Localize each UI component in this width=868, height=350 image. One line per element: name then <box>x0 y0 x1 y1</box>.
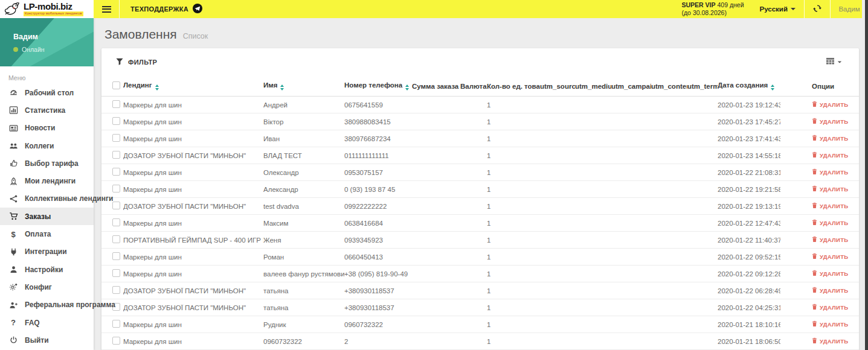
column-header: Валюта <box>460 76 487 97</box>
table-cell: Максим <box>263 215 344 232</box>
sidebar-item[interactable]: Реферальная программа <box>0 296 94 314</box>
sidebar-item[interactable]: Выйти <box>0 331 94 349</box>
row-checkbox[interactable] <box>112 286 120 294</box>
online-status-icon <box>13 47 18 52</box>
app-logo[interactable]: LP-mobi.biz Конструктор мобильных лендин… <box>0 0 94 18</box>
delete-button[interactable]: УДАЛИТЬ <box>812 320 848 328</box>
delete-button[interactable]: УДАЛИТЬ <box>812 101 848 109</box>
column-header-label: utm_source <box>540 83 575 90</box>
table-cell <box>611 266 651 282</box>
scrollbar[interactable] <box>862 0 868 350</box>
delete-label: УДАЛИТЬ <box>820 270 848 277</box>
menu-toggle-button[interactable] <box>94 0 119 18</box>
delete-button[interactable]: УДАЛИТЬ <box>812 219 848 227</box>
column-header[interactable]: Номер телефона <box>344 76 412 97</box>
row-checkbox[interactable] <box>112 117 120 125</box>
sidebar-item-label: Настройки <box>25 266 63 274</box>
stats-icon <box>8 106 18 115</box>
sidebar-item[interactable]: Интеграции <box>0 243 94 261</box>
delete-button[interactable]: УДАЛИТЬ <box>812 135 848 142</box>
row-checkbox-cell <box>101 215 123 232</box>
delete-button[interactable]: УДАЛИТЬ <box>812 168 848 176</box>
page-header: Замовлення Список <box>101 18 859 48</box>
row-checkbox[interactable] <box>112 168 120 176</box>
sort-icon[interactable] <box>405 84 409 91</box>
sort-icon[interactable] <box>155 84 159 91</box>
row-checkbox[interactable] <box>112 151 120 159</box>
table-cell <box>651 113 687 130</box>
sidebar-item[interactable]: Конфиг <box>0 278 94 296</box>
table-row: ПОРТАТИВНЫЙ ГЕЙМПАД SUP - 400 ИГР В 1Жен… <box>101 232 859 249</box>
sort-icon[interactable] <box>280 84 284 91</box>
filter-button[interactable]: ФИЛЬТР <box>112 57 161 67</box>
language-selector[interactable]: Русский <box>751 0 804 18</box>
table-cell <box>412 266 460 282</box>
table-cell <box>575 215 611 232</box>
sidebar-item[interactable]: Коллеги <box>0 137 94 154</box>
column-header: Кол-во ед. товара <box>487 76 540 97</box>
page-subtitle: Список <box>183 32 208 40</box>
sidebar-item[interactable]: Статистика <box>0 101 94 119</box>
delete-label: УДАЛИТЬ <box>820 169 848 176</box>
sidebar-item[interactable]: Коллективные лендинги <box>0 190 94 208</box>
row-checkbox-cell <box>101 164 123 181</box>
trash-icon <box>812 253 817 261</box>
row-checkbox[interactable] <box>112 202 120 209</box>
delete-button[interactable]: УДАЛИТЬ <box>812 337 848 345</box>
delete-button[interactable]: УДАЛИТЬ <box>812 151 848 159</box>
columns-toggle-button[interactable] <box>823 57 846 68</box>
row-checkbox[interactable] <box>112 100 120 108</box>
sidebar-item[interactable]: Рабочий стол <box>0 84 94 101</box>
table-cell <box>651 266 687 282</box>
table-cell <box>460 249 487 266</box>
row-checkbox[interactable] <box>112 235 120 243</box>
table-cell: Маркеры для шин <box>123 164 263 181</box>
refresh-button[interactable] <box>805 0 830 18</box>
support-button[interactable]: ТЕХПОДДЕРЖКА <box>120 0 213 18</box>
table-cell: 1 <box>487 130 540 147</box>
delete-button[interactable]: УДАЛИТЬ <box>812 270 848 278</box>
sort-icon[interactable] <box>771 84 774 91</box>
delete-button[interactable]: УДАЛИТЬ <box>812 287 848 294</box>
sidebar-item[interactable]: Настройки <box>0 261 94 278</box>
column-header[interactable]: Имя <box>263 76 344 97</box>
sidebar-item[interactable]: $Оплата <box>0 225 94 243</box>
column-header-label: Опции <box>812 83 834 90</box>
table-cell: 0 (93) 193 87 45 <box>344 181 412 198</box>
table-cell <box>687 113 718 130</box>
table-cell <box>540 113 575 130</box>
dog-logo-icon <box>4 1 21 18</box>
delete-button[interactable]: УДАЛИТЬ <box>812 304 848 311</box>
delete-button[interactable]: УДАЛИТЬ <box>812 253 848 261</box>
table-row: ДОЗАТОР ЗУБНОЇ ПАСТИ "МИНЬОН"test dvadva… <box>101 198 859 215</box>
row-checkbox[interactable] <box>112 185 120 192</box>
sidebar-item[interactable]: Новости <box>0 119 94 137</box>
column-header-label: Номер телефона <box>344 81 402 89</box>
table-row: ДОЗАТОР ЗУБНОЇ ПАСТИ "МИНЬОН"татьяна+380… <box>101 299 859 316</box>
row-checkbox[interactable] <box>112 269 120 277</box>
delete-button[interactable]: УДАЛИТЬ <box>812 185 848 193</box>
row-checkbox[interactable] <box>112 134 120 142</box>
column-header[interactable]: Дата создания <box>718 76 780 97</box>
row-checkbox[interactable] <box>112 337 120 345</box>
tariff-icon <box>8 159 18 168</box>
page-title: Замовлення <box>104 27 177 42</box>
select-all-checkbox[interactable] <box>112 81 120 89</box>
delete-button[interactable]: УДАЛИТЬ <box>812 118 848 126</box>
delete-button[interactable]: УДАЛИТЬ <box>812 202 848 210</box>
settings-icon <box>8 265 18 274</box>
sidebar-item[interactable]: Выбор тарифа <box>0 154 94 172</box>
table-cell <box>460 299 487 316</box>
sidebar-item[interactable]: ?FAQ <box>0 314 94 331</box>
scrollbar-thumb[interactable] <box>865 0 868 350</box>
sidebar-item[interactable]: Заказы <box>0 208 94 225</box>
row-checkbox[interactable] <box>112 320 120 328</box>
delete-button[interactable]: УДАЛИТЬ <box>812 236 848 244</box>
sidebar-item[interactable]: Мои лендинги <box>0 172 94 189</box>
table-cell: Маркеры для шин <box>123 249 263 266</box>
chevron-down-icon <box>838 61 841 63</box>
row-checkbox[interactable] <box>112 252 120 260</box>
column-header: Сумма заказа <box>412 76 460 97</box>
column-header[interactable]: Лендинг <box>123 76 263 97</box>
row-checkbox[interactable] <box>112 218 120 226</box>
